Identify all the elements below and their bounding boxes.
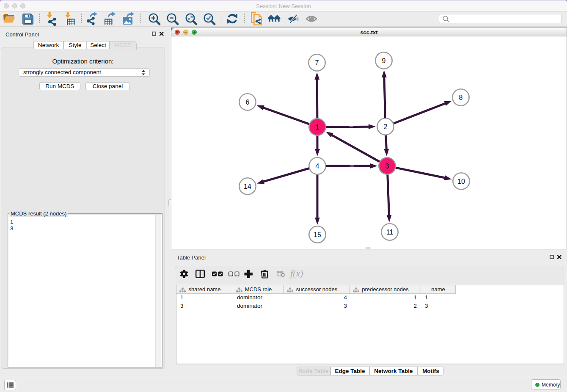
svg-text:14: 14: [244, 183, 251, 190]
svg-text:8: 8: [459, 94, 463, 101]
svg-text:6: 6: [246, 99, 250, 106]
svg-text:f(x): f(x): [290, 268, 303, 279]
svg-text:10: 10: [457, 178, 465, 185]
svg-text:9: 9: [382, 57, 386, 64]
svg-text:4: 4: [316, 163, 319, 170]
svg-text:3: 3: [385, 163, 389, 170]
svg-text:2: 2: [384, 123, 388, 130]
svg-text:15: 15: [314, 231, 321, 238]
svg-text:1: 1: [316, 124, 319, 131]
svg-text:11: 11: [386, 229, 394, 236]
svg-text:7: 7: [315, 59, 319, 66]
